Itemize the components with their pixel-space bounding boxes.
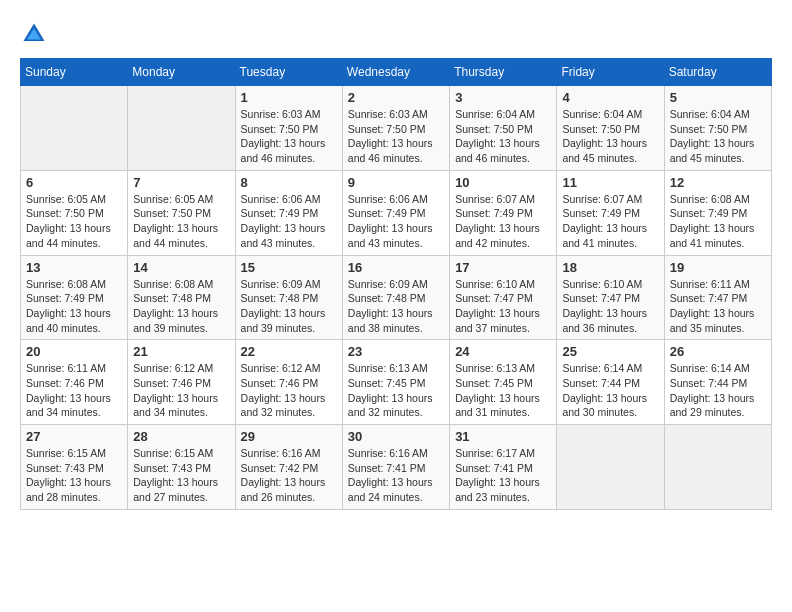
calendar-body: 1Sunrise: 6:03 AMSunset: 7:50 PMDaylight…	[21, 86, 772, 510]
day-number: 28	[133, 429, 229, 444]
day-number: 5	[670, 90, 766, 105]
day-number: 12	[670, 175, 766, 190]
logo	[20, 20, 52, 48]
calendar-cell: 30Sunrise: 6:16 AMSunset: 7:41 PMDayligh…	[342, 425, 449, 510]
day-detail: Sunrise: 6:13 AMSunset: 7:45 PMDaylight:…	[348, 361, 444, 420]
calendar-cell: 11Sunrise: 6:07 AMSunset: 7:49 PMDayligh…	[557, 170, 664, 255]
calendar-header: SundayMondayTuesdayWednesdayThursdayFrid…	[21, 59, 772, 86]
day-number: 19	[670, 260, 766, 275]
day-number: 10	[455, 175, 551, 190]
day-detail: Sunrise: 6:08 AMSunset: 7:48 PMDaylight:…	[133, 277, 229, 336]
day-number: 26	[670, 344, 766, 359]
day-detail: Sunrise: 6:06 AMSunset: 7:49 PMDaylight:…	[241, 192, 337, 251]
day-detail: Sunrise: 6:10 AMSunset: 7:47 PMDaylight:…	[562, 277, 658, 336]
calendar-cell: 12Sunrise: 6:08 AMSunset: 7:49 PMDayligh…	[664, 170, 771, 255]
day-number: 27	[26, 429, 122, 444]
calendar-cell: 4Sunrise: 6:04 AMSunset: 7:50 PMDaylight…	[557, 86, 664, 171]
weekday-header-tuesday: Tuesday	[235, 59, 342, 86]
calendar-cell: 15Sunrise: 6:09 AMSunset: 7:48 PMDayligh…	[235, 255, 342, 340]
calendar-cell: 3Sunrise: 6:04 AMSunset: 7:50 PMDaylight…	[450, 86, 557, 171]
week-row-1: 1Sunrise: 6:03 AMSunset: 7:50 PMDaylight…	[21, 86, 772, 171]
day-detail: Sunrise: 6:04 AMSunset: 7:50 PMDaylight:…	[455, 107, 551, 166]
calendar-cell: 31Sunrise: 6:17 AMSunset: 7:41 PMDayligh…	[450, 425, 557, 510]
day-detail: Sunrise: 6:05 AMSunset: 7:50 PMDaylight:…	[133, 192, 229, 251]
day-number: 18	[562, 260, 658, 275]
day-detail: Sunrise: 6:12 AMSunset: 7:46 PMDaylight:…	[241, 361, 337, 420]
day-detail: Sunrise: 6:12 AMSunset: 7:46 PMDaylight:…	[133, 361, 229, 420]
calendar-cell: 7Sunrise: 6:05 AMSunset: 7:50 PMDaylight…	[128, 170, 235, 255]
day-number: 7	[133, 175, 229, 190]
calendar-cell: 13Sunrise: 6:08 AMSunset: 7:49 PMDayligh…	[21, 255, 128, 340]
page-header	[20, 20, 772, 48]
calendar-cell: 26Sunrise: 6:14 AMSunset: 7:44 PMDayligh…	[664, 340, 771, 425]
week-row-2: 6Sunrise: 6:05 AMSunset: 7:50 PMDaylight…	[21, 170, 772, 255]
day-number: 4	[562, 90, 658, 105]
day-number: 20	[26, 344, 122, 359]
day-number: 29	[241, 429, 337, 444]
calendar-cell: 28Sunrise: 6:15 AMSunset: 7:43 PMDayligh…	[128, 425, 235, 510]
day-number: 3	[455, 90, 551, 105]
day-number: 8	[241, 175, 337, 190]
day-detail: Sunrise: 6:05 AMSunset: 7:50 PMDaylight:…	[26, 192, 122, 251]
day-detail: Sunrise: 6:15 AMSunset: 7:43 PMDaylight:…	[133, 446, 229, 505]
calendar-cell: 19Sunrise: 6:11 AMSunset: 7:47 PMDayligh…	[664, 255, 771, 340]
day-detail: Sunrise: 6:16 AMSunset: 7:41 PMDaylight:…	[348, 446, 444, 505]
calendar-cell: 20Sunrise: 6:11 AMSunset: 7:46 PMDayligh…	[21, 340, 128, 425]
weekday-header-wednesday: Wednesday	[342, 59, 449, 86]
day-number: 6	[26, 175, 122, 190]
day-detail: Sunrise: 6:10 AMSunset: 7:47 PMDaylight:…	[455, 277, 551, 336]
calendar-cell: 21Sunrise: 6:12 AMSunset: 7:46 PMDayligh…	[128, 340, 235, 425]
week-row-3: 13Sunrise: 6:08 AMSunset: 7:49 PMDayligh…	[21, 255, 772, 340]
calendar-cell: 1Sunrise: 6:03 AMSunset: 7:50 PMDaylight…	[235, 86, 342, 171]
day-number: 13	[26, 260, 122, 275]
day-detail: Sunrise: 6:09 AMSunset: 7:48 PMDaylight:…	[241, 277, 337, 336]
calendar-cell: 10Sunrise: 6:07 AMSunset: 7:49 PMDayligh…	[450, 170, 557, 255]
weekday-header-monday: Monday	[128, 59, 235, 86]
week-row-5: 27Sunrise: 6:15 AMSunset: 7:43 PMDayligh…	[21, 425, 772, 510]
day-number: 30	[348, 429, 444, 444]
day-detail: Sunrise: 6:03 AMSunset: 7:50 PMDaylight:…	[348, 107, 444, 166]
weekday-header-row: SundayMondayTuesdayWednesdayThursdayFrid…	[21, 59, 772, 86]
day-detail: Sunrise: 6:09 AMSunset: 7:48 PMDaylight:…	[348, 277, 444, 336]
day-detail: Sunrise: 6:06 AMSunset: 7:49 PMDaylight:…	[348, 192, 444, 251]
calendar-cell: 27Sunrise: 6:15 AMSunset: 7:43 PMDayligh…	[21, 425, 128, 510]
day-detail: Sunrise: 6:11 AMSunset: 7:46 PMDaylight:…	[26, 361, 122, 420]
day-detail: Sunrise: 6:14 AMSunset: 7:44 PMDaylight:…	[562, 361, 658, 420]
calendar-cell: 18Sunrise: 6:10 AMSunset: 7:47 PMDayligh…	[557, 255, 664, 340]
day-detail: Sunrise: 6:03 AMSunset: 7:50 PMDaylight:…	[241, 107, 337, 166]
calendar-cell: 23Sunrise: 6:13 AMSunset: 7:45 PMDayligh…	[342, 340, 449, 425]
calendar-cell: 25Sunrise: 6:14 AMSunset: 7:44 PMDayligh…	[557, 340, 664, 425]
day-detail: Sunrise: 6:15 AMSunset: 7:43 PMDaylight:…	[26, 446, 122, 505]
logo-icon	[20, 20, 48, 48]
day-number: 22	[241, 344, 337, 359]
calendar-cell: 6Sunrise: 6:05 AMSunset: 7:50 PMDaylight…	[21, 170, 128, 255]
day-detail: Sunrise: 6:07 AMSunset: 7:49 PMDaylight:…	[562, 192, 658, 251]
day-number: 1	[241, 90, 337, 105]
calendar-cell: 8Sunrise: 6:06 AMSunset: 7:49 PMDaylight…	[235, 170, 342, 255]
day-number: 16	[348, 260, 444, 275]
day-detail: Sunrise: 6:11 AMSunset: 7:47 PMDaylight:…	[670, 277, 766, 336]
day-detail: Sunrise: 6:04 AMSunset: 7:50 PMDaylight:…	[562, 107, 658, 166]
day-number: 21	[133, 344, 229, 359]
day-number: 24	[455, 344, 551, 359]
day-detail: Sunrise: 6:04 AMSunset: 7:50 PMDaylight:…	[670, 107, 766, 166]
day-number: 14	[133, 260, 229, 275]
calendar-table: SundayMondayTuesdayWednesdayThursdayFrid…	[20, 58, 772, 510]
day-number: 17	[455, 260, 551, 275]
day-number: 11	[562, 175, 658, 190]
calendar-cell: 24Sunrise: 6:13 AMSunset: 7:45 PMDayligh…	[450, 340, 557, 425]
day-detail: Sunrise: 6:07 AMSunset: 7:49 PMDaylight:…	[455, 192, 551, 251]
day-detail: Sunrise: 6:14 AMSunset: 7:44 PMDaylight:…	[670, 361, 766, 420]
calendar-cell: 29Sunrise: 6:16 AMSunset: 7:42 PMDayligh…	[235, 425, 342, 510]
calendar-cell: 22Sunrise: 6:12 AMSunset: 7:46 PMDayligh…	[235, 340, 342, 425]
calendar-cell	[128, 86, 235, 171]
weekday-header-sunday: Sunday	[21, 59, 128, 86]
calendar-cell: 14Sunrise: 6:08 AMSunset: 7:48 PMDayligh…	[128, 255, 235, 340]
calendar-cell: 16Sunrise: 6:09 AMSunset: 7:48 PMDayligh…	[342, 255, 449, 340]
day-detail: Sunrise: 6:08 AMSunset: 7:49 PMDaylight:…	[26, 277, 122, 336]
day-detail: Sunrise: 6:17 AMSunset: 7:41 PMDaylight:…	[455, 446, 551, 505]
calendar-cell	[21, 86, 128, 171]
weekday-header-friday: Friday	[557, 59, 664, 86]
calendar-cell: 5Sunrise: 6:04 AMSunset: 7:50 PMDaylight…	[664, 86, 771, 171]
day-number: 31	[455, 429, 551, 444]
